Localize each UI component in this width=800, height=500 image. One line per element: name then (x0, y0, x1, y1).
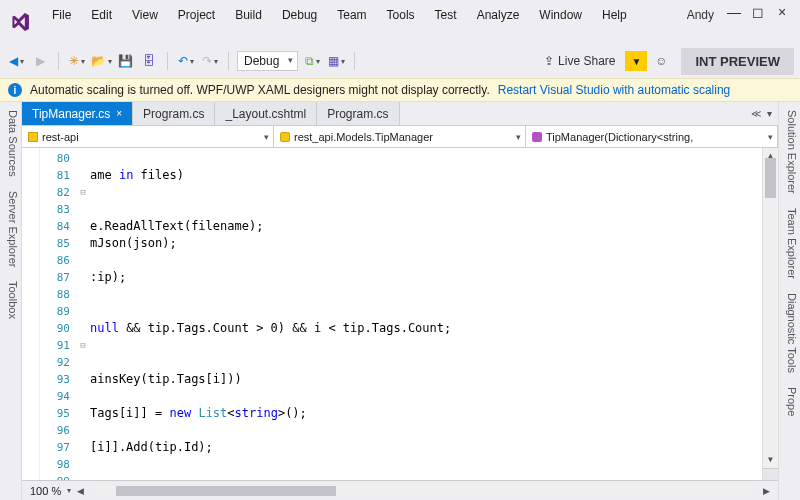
menu-build[interactable]: Build (225, 4, 272, 26)
configuration-select[interactable]: Debug (237, 51, 298, 71)
title-bar: FileEditViewProjectBuildDebugTeamToolsTe… (0, 0, 800, 48)
redo-button[interactable]: ↷ (200, 51, 220, 71)
filter-button[interactable]: ▼ (625, 51, 647, 71)
horizontal-scrollbar[interactable] (96, 485, 751, 497)
save-button[interactable]: 💾 (115, 51, 135, 71)
nav-class-label: rest_api.Models.TipManager (294, 131, 433, 143)
nav-member-label: TipManager(Dictionary<string, (546, 131, 693, 143)
tabstrip-overflow: ≪ ▾ (751, 108, 778, 119)
close-button[interactable]: × (770, 4, 794, 20)
menu-analyze[interactable]: Analyze (467, 4, 530, 26)
tool-tab-data-sources[interactable]: Data Sources (2, 110, 19, 177)
tab-close-icon[interactable]: × (116, 108, 122, 119)
tool-tab-solution-explorer[interactable]: Solution Explorer (781, 110, 798, 194)
vertical-scrollbar[interactable]: ▲ ▼ (762, 148, 778, 480)
method-icon (532, 132, 542, 142)
line-number-gutter: 8081828384858687888990919293949596979899… (40, 148, 76, 480)
save-all-button[interactable]: 🗄 (139, 51, 159, 71)
toolbar: ◀ ▶ ✳ 📂 💾 🗄 ↶ ↷ Debug ⧉ ▦ ⇪ Live Share ▼… (0, 48, 800, 78)
open-button[interactable]: 📂 (91, 51, 111, 71)
info-icon: i (8, 83, 22, 97)
zoom-level[interactable]: 100 % (30, 485, 61, 497)
navigation-bar: rest-api rest_api.Models.TipManager TipM… (22, 126, 778, 148)
info-message: Automatic scaling is turned off. WPF/UWP… (30, 83, 490, 97)
tab-label: Program.cs (143, 107, 204, 121)
user-name[interactable]: Andy (679, 4, 722, 26)
live-share-button[interactable]: ⇪ Live Share (538, 52, 621, 70)
tool-tab-team-explorer[interactable]: Team Explorer (781, 208, 798, 279)
menu-tools[interactable]: Tools (377, 4, 425, 26)
document-tab[interactable]: TipManager.cs× (22, 102, 133, 125)
tool-tab-diagnostic-tools[interactable]: Diagnostic Tools (781, 293, 798, 373)
editor-footer: 100 % ▾ ◀ ▶ (22, 480, 778, 500)
menu-project[interactable]: Project (168, 4, 225, 26)
nav-forward-button[interactable]: ▶ (30, 51, 50, 71)
menu-test[interactable]: Test (425, 4, 467, 26)
class-icon (280, 132, 290, 142)
hscroll-thumb[interactable] (116, 486, 336, 496)
nav-member-select[interactable]: TipManager(Dictionary<string, (526, 126, 778, 147)
menu-view[interactable]: View (122, 4, 168, 26)
undo-button[interactable]: ↶ (176, 51, 196, 71)
code-text[interactable]: ame in files) e.ReadAllText(filename); m… (90, 148, 762, 480)
outline-margin[interactable]: ⊟ ⊟ ⊟ (76, 148, 90, 480)
document-tab[interactable]: Program.cs (317, 102, 399, 125)
info-bar: i Automatic scaling is turned off. WPF/U… (0, 78, 800, 102)
nav-project-select[interactable]: rest-api (22, 126, 274, 147)
tab-label: Program.cs (327, 107, 388, 121)
right-tool-rail: Solution ExplorerTeam ExplorerDiagnostic… (778, 102, 800, 500)
nav-class-select[interactable]: rest_api.Models.TipManager (274, 126, 526, 147)
menu-file[interactable]: File (42, 4, 81, 26)
tab-overflow-menu-icon[interactable]: ▾ (767, 108, 772, 119)
document-tab[interactable]: _Layout.cshtml (215, 102, 317, 125)
restart-scaling-link[interactable]: Restart Visual Studio with automatic sca… (498, 83, 731, 97)
left-tool-rail: Data SourcesServer ExplorerToolbox (0, 102, 22, 500)
hscroll-right-icon[interactable]: ▶ (763, 486, 770, 496)
code-editor[interactable]: 8081828384858687888990919293949596979899… (22, 148, 778, 480)
scroll-down-icon[interactable]: ▼ (763, 452, 778, 466)
workspace: Data SourcesServer ExplorerToolbox TipMa… (0, 102, 800, 500)
menu-edit[interactable]: Edit (81, 4, 122, 26)
tool-tab-server-explorer[interactable]: Server Explorer (2, 191, 19, 267)
zoom-dropdown-icon[interactable]: ▾ (67, 486, 71, 495)
nav-back-button[interactable]: ◀ (6, 51, 26, 71)
live-share-label: Live Share (558, 54, 615, 68)
vs-logo-icon (6, 8, 34, 36)
hscroll-left-icon[interactable]: ◀ (77, 486, 84, 496)
menu-debug[interactable]: Debug (272, 4, 327, 26)
new-project-button[interactable]: ✳ (67, 51, 87, 71)
vscroll-thumb[interactable] (765, 158, 776, 198)
live-share-icon: ⇪ (544, 54, 554, 68)
menu-help[interactable]: Help (592, 4, 637, 26)
breakpoint-margin[interactable] (22, 148, 40, 480)
main-menu: FileEditViewProjectBuildDebugTeamToolsTe… (42, 4, 679, 26)
int-preview-badge: INT PREVIEW (681, 48, 794, 75)
tool-tab-prope[interactable]: Prope (781, 387, 798, 416)
tab-overflow-left-icon[interactable]: ≪ (751, 108, 761, 119)
editor-column: TipManager.cs×Program.cs_Layout.cshtmlPr… (22, 102, 778, 500)
menu-team[interactable]: Team (327, 4, 376, 26)
split-handle[interactable] (763, 468, 778, 480)
document-tab[interactable]: Program.cs (133, 102, 215, 125)
maximize-button[interactable]: ◻ (746, 4, 770, 20)
feedback-button[interactable]: ☺ (651, 51, 671, 71)
tool-tab-toolbox[interactable]: Toolbox (2, 281, 19, 319)
minimize-button[interactable]: — (722, 4, 746, 20)
menu-window[interactable]: Window (529, 4, 592, 26)
tab-label: _Layout.cshtml (225, 107, 306, 121)
tab-label: TipManager.cs (32, 107, 110, 121)
nav-project-label: rest-api (42, 131, 79, 143)
document-tabstrip: TipManager.cs×Program.cs_Layout.cshtmlPr… (22, 102, 778, 126)
csharp-project-icon (28, 132, 38, 142)
layout-button[interactable]: ▦ (326, 51, 346, 71)
extensions-button[interactable]: ⧉ (302, 51, 322, 71)
